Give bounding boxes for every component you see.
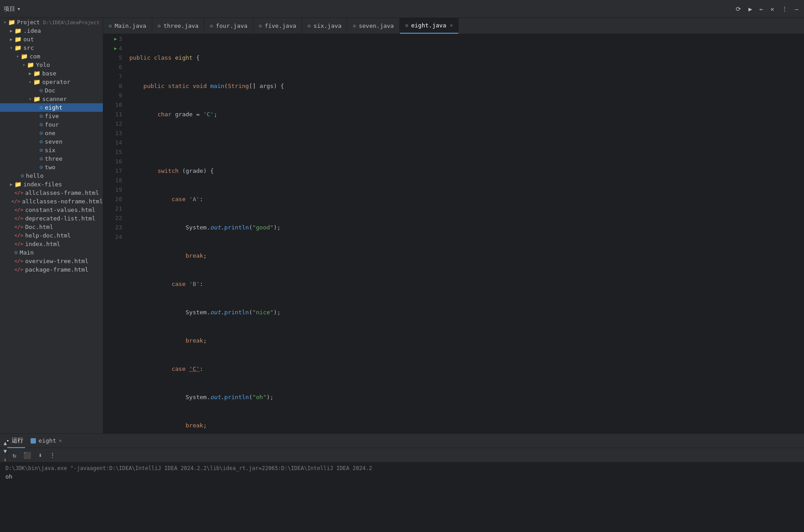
two-label: two: [45, 164, 55, 171]
run-gutter-icon[interactable]: ▶: [114, 44, 117, 53]
sidebar-item-three[interactable]: ⊙ three: [0, 154, 103, 163]
run-tab-label: 运行: [12, 436, 23, 444]
scroll-down-icon[interactable]: ▼: [4, 448, 7, 454]
sidebar-item-package-frame[interactable]: </> package-frame.html: [0, 265, 103, 274]
folder-icon: 📁: [14, 181, 22, 188]
sidebar-item-four[interactable]: ⊙ four: [0, 120, 103, 129]
java-tab-icon: ⊙: [259, 23, 262, 29]
sidebar-item-allclasses-frame[interactable]: </> allclasses-frame.html: [0, 189, 103, 197]
more-button[interactable]: ⋮: [48, 451, 57, 460]
ln-6: 6: [103, 62, 122, 72]
run-toolbar: ▲ ▼ ⇓ ⇣ ↻ ⬛ ⬇ ⋮: [0, 448, 804, 462]
tab-four[interactable]: ⊙ four.java: [204, 18, 253, 34]
minimize-icon[interactable]: —: [793, 4, 800, 13]
com-label: com: [30, 53, 40, 60]
code-line-10: break;: [126, 251, 804, 260]
close-icon[interactable]: ✕: [769, 4, 776, 13]
sidebar-item-help-doc[interactable]: </> help-doc.html: [0, 231, 103, 240]
code-container[interactable]: ▶3 ▶4 5 6 7 8 9 10 11 12 13 14 15 16 17 …: [103, 34, 804, 433]
sidebar-item-constant-values[interactable]: </> constant-values.html: [0, 206, 103, 214]
sidebar-item-project[interactable]: ▾ 📁 Project D:\IDEA\IdeaProject: [0, 18, 103, 26]
run-icon[interactable]: ▶: [747, 4, 754, 13]
java-icon: ⊙: [40, 87, 43, 94]
html-icon: </>: [14, 233, 23, 238]
arrow-icon: ▶: [8, 182, 14, 187]
overview-tree-label: overview-tree.html: [25, 258, 88, 264]
java-tab-icon: ⊙: [405, 22, 408, 29]
ln-19: 19: [103, 185, 122, 194]
run-gutter-icon[interactable]: ▶: [114, 34, 117, 44]
ln-21: 21: [103, 204, 122, 213]
sidebar-item-scanner[interactable]: ▾ 📁 scanner: [0, 95, 103, 103]
tab-close-icon[interactable]: ✕: [450, 22, 453, 28]
doc-label: Doc: [45, 87, 55, 94]
sidebar-item-main[interactable]: ⊙ Main: [0, 248, 103, 257]
more-icon[interactable]: ⋮: [780, 4, 790, 13]
stop-button[interactable]: ⬛: [22, 451, 33, 460]
allclasses-frame-label: allclasses-frame.html: [25, 189, 99, 196]
refresh-icon[interactable]: ⟳: [734, 4, 743, 13]
tab-main[interactable]: ⊙ Main.java: [103, 18, 152, 34]
tab-three[interactable]: ⊙ three.java: [152, 18, 205, 34]
sidebar-item-seven[interactable]: ⊙ seven: [0, 137, 103, 146]
sidebar-item-five[interactable]: ⊙ five: [0, 112, 103, 120]
scroll-up-icon[interactable]: ▲: [4, 440, 7, 446]
run-subtab-close[interactable]: ✕: [59, 438, 62, 444]
tab-eight[interactable]: ⊙ eight.java ✕: [400, 18, 459, 34]
sidebar-item-doc-html[interactable]: </> Doc.html: [0, 223, 103, 231]
arrow-icon: ▾: [27, 79, 33, 84]
sidebar-item-hello[interactable]: ⊙ hello: [0, 171, 103, 180]
restart-button[interactable]: ↻: [11, 451, 18, 460]
constant-values-label: constant-values.html: [25, 207, 96, 213]
html-icon: </>: [14, 267, 23, 273]
run-subtab-eight[interactable]: eight ✕: [29, 434, 64, 448]
back-icon[interactable]: ←: [758, 4, 765, 13]
sidebar-item-two[interactable]: ⊙ two: [0, 163, 103, 171]
yolo-label: Yolo: [36, 62, 50, 68]
tab-eight-label: eight.java: [411, 22, 446, 29]
sidebar-item-base[interactable]: ▶ 📁 base: [0, 69, 103, 78]
code-line-13: break;: [126, 336, 804, 345]
scroll-end-icon[interactable]: ⇓: [4, 456, 7, 462]
sidebar-item-doc[interactable]: ⊙ Doc: [0, 86, 103, 95]
sidebar-item-idea[interactable]: ▶ 📁 .idea: [0, 26, 103, 35]
arrow-icon: ▶: [8, 37, 14, 42]
sidebar-item-overview-tree[interactable]: </> overview-tree.html: [0, 257, 103, 265]
allclasses-noframe-label: allclasses-noframe.html: [22, 198, 103, 205]
sidebar-item-src[interactable]: ▾ 📁 src: [0, 44, 103, 52]
run-output: D:\JDK\bin\java.exe "-javaagent:D:\IDEA\…: [0, 462, 804, 532]
sidebar-item-six[interactable]: ⊙ six: [0, 146, 103, 154]
tab-main-label: Main.java: [115, 22, 146, 29]
code-editor[interactable]: public class eight { public static void …: [126, 34, 804, 433]
sidebar-item-operator[interactable]: ▾ 📁 operator: [0, 78, 103, 86]
run-subtab-label: eight: [39, 437, 56, 444]
sidebar-item-com[interactable]: ▾ 📁 com: [0, 52, 103, 61]
sidebar-item-eight[interactable]: ⊙ eight: [0, 103, 103, 112]
project-label: 项目: [4, 5, 15, 13]
folder-icon: 📁: [27, 62, 34, 68]
tab-seven[interactable]: ⊙ seven.java: [347, 18, 400, 34]
sidebar-item-index-html[interactable]: </> index.html: [0, 240, 103, 248]
sidebar-item-one[interactable]: ⊙ one: [0, 129, 103, 137]
project-dropdown-icon: ▾: [17, 5, 21, 12]
eight-label: eight: [45, 104, 62, 111]
ln-23: 23: [103, 223, 122, 232]
project-menu[interactable]: 项目 ▾: [4, 5, 21, 13]
main-layout: ▾ 📁 Project D:\IDEA\IdeaProject ▶ 📁 .ide…: [0, 18, 804, 433]
tab-five[interactable]: ⊙ five.java: [253, 18, 302, 34]
arrow-icon: ▶: [27, 71, 33, 76]
folder-icon: 📁: [8, 19, 15, 26]
sidebar-item-out[interactable]: ▶ 📁 out: [0, 35, 103, 44]
sidebar-item-allclasses-noframe[interactable]: </> allclasses-noframe.html: [0, 197, 103, 206]
java-icon: ⊙: [40, 147, 43, 154]
folder-icon: 📁: [33, 79, 40, 85]
sidebar-item-yolo[interactable]: ▾ 📁 Yolo: [0, 61, 103, 69]
three-label: three: [45, 155, 62, 162]
tab-six[interactable]: ⊙ six.java: [302, 18, 348, 34]
down-button[interactable]: ⬇: [36, 451, 44, 460]
sidebar-item-deprecated-list[interactable]: </> deprecated-list.html: [0, 214, 103, 223]
folder-icon: 📁: [14, 27, 22, 34]
project-root-label: Project D:\IDEA\IdeaProject: [17, 19, 100, 26]
sidebar-item-index-files[interactable]: ▶ 📁 index-files: [0, 180, 103, 189]
code-line-4: public static void main(String[] args) {: [126, 81, 804, 91]
